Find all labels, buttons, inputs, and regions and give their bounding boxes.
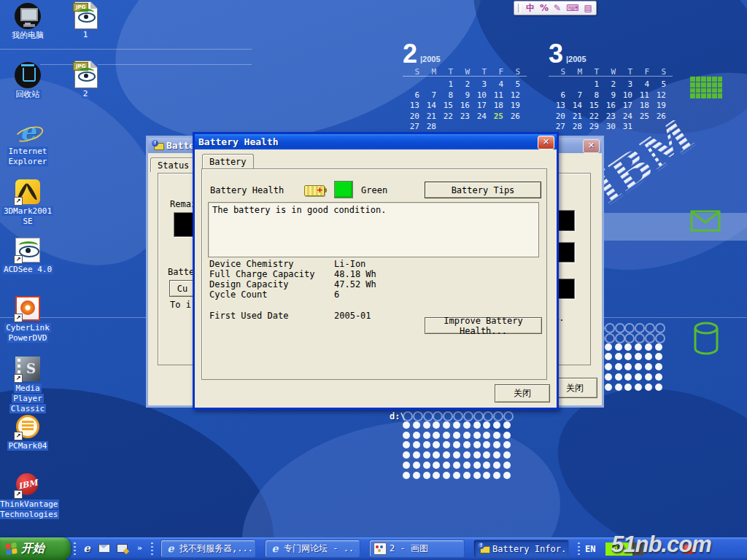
grid-table-icon	[690, 77, 722, 98]
custom-button-fragment[interactable]: Cu	[169, 280, 196, 297]
battery-health-dialog[interactable]: Battery Health ✕ Battery Battery Health …	[193, 132, 559, 410]
jpg-file-icon: JPG	[71, 1, 99, 29]
dot	[624, 353, 632, 360]
calendar-day: 4	[632, 79, 649, 89]
desktop-icon-powerdvd[interactable]: ↗ CyberLink PowerDVD	[0, 295, 57, 343]
quicklaunch-expand-chevron[interactable]: »	[137, 543, 142, 553]
calendar-day: 21	[419, 112, 436, 121]
calendar-day: 3	[616, 79, 632, 89]
ime-menu-icon[interactable]: ▤	[584, 2, 592, 14]
desktop-icon-jpg-2[interactable]: JPG 2	[63, 61, 107, 99]
ime-mode-icon[interactable]: %	[540, 2, 549, 14]
ime-lang-icon[interactable]: 中	[526, 2, 535, 14]
ime-language-bar[interactable]: 中%✎⌨▤	[514, 1, 597, 15]
dot	[493, 411, 503, 421]
desktop-icon-acdsee[interactable]: ↗ ACDSee 4.0	[0, 236, 57, 275]
dot	[645, 373, 652, 381]
calendar-day: 12	[649, 90, 666, 100]
battery-detail-fields: Device ChemistryLi-IonFull Charge Capaci…	[209, 259, 376, 321]
battery-icon: !	[478, 543, 489, 554]
dot	[635, 373, 642, 381]
language-indicator[interactable]: EN	[585, 544, 595, 554]
calendar-day: 1	[582, 79, 599, 89]
improve-battery-health-button[interactable]: Improve Battery Health...	[425, 317, 542, 334]
desktop-icon-internet-explorer[interactable]: e Internet Explorer	[0, 118, 57, 167]
gauge-box	[558, 279, 575, 299]
icon-label: PCMark04	[7, 441, 49, 451]
dot	[423, 432, 430, 439]
field-label: Full Charge Capacity	[209, 269, 334, 279]
calendar-day: 26	[503, 112, 520, 121]
battery-tabpage: Battery Health + Green Battery Tips The …	[201, 168, 547, 380]
taskbar-separator	[74, 542, 76, 556]
dot	[453, 421, 460, 429]
calendar-weekday: W	[599, 67, 616, 77]
jpg-file-icon: JPG	[71, 61, 99, 88]
close-button-front[interactable]: 关闭	[495, 384, 550, 402]
calendar-day: 6	[403, 90, 419, 100]
close-icon[interactable]: ✕	[583, 139, 600, 153]
desktop-icon-3dmark2001[interactable]: ↗ 3DMark2001 SE	[0, 178, 57, 227]
calendar-day: 17	[470, 101, 487, 110]
icon-label: ThinkVantage Technologies	[0, 499, 59, 519]
calendar-day: 9	[453, 90, 470, 100]
field-row: Full Charge Capacity48.18 Wh	[209, 269, 376, 279]
dot	[635, 323, 645, 333]
desktop-icon-thinkvantage[interactable]: IBM↗ ThinkVantage Technologies	[0, 471, 57, 520]
battery-tips-button[interactable]: Battery Tips	[425, 182, 541, 198]
field-value: 6	[334, 289, 339, 300]
pcmark-icon: ↗	[14, 413, 42, 440]
dot	[655, 373, 662, 381]
field-row: Device ChemistryLi-Ion	[209, 259, 376, 269]
taskbar-tasks: e找不到服务器,...e专门网论坛 - ...2 - 画图!Battery In…	[160, 540, 569, 558]
desktop-icon-jpg-1[interactable]: JPG 1	[63, 1, 107, 40]
dot	[605, 373, 612, 381]
desktop-icon-recycle-bin[interactable]: 回收站	[0, 61, 57, 100]
calendar-day: 17	[616, 101, 632, 110]
close-button-back[interactable]: 关闭	[552, 378, 597, 398]
dot	[605, 323, 615, 333]
quicklaunch-ie-icon[interactable]: e	[80, 541, 93, 556]
desktop-icon-pcmark04[interactable]: ↗ PCMark04	[0, 413, 57, 451]
dot	[463, 432, 471, 439]
dot	[645, 353, 652, 360]
calendar-day: 9	[599, 90, 616, 100]
taskbar-task-2[interactable]: e专门网论坛 - ...	[265, 540, 360, 558]
taskbar-task-4[interactable]: !Battery Infor...	[473, 540, 569, 558]
tab-status[interactable]: Status	[150, 158, 196, 172]
dot	[655, 333, 665, 343]
field-label: Device Chemistry	[209, 259, 334, 269]
calendar-day: 15	[436, 101, 453, 110]
tab-battery[interactable]: Battery	[202, 154, 254, 168]
ime-keyboard-icon[interactable]: ⌨	[566, 2, 578, 14]
watermark-51nb: 51nb.com	[611, 532, 711, 558]
quicklaunch-show-desktop-icon[interactable]	[115, 541, 128, 556]
desktop-icon-my-computer[interactable]: 我的电脑	[0, 2, 57, 41]
dot	[503, 421, 511, 429]
ime-pen-icon[interactable]: ✎	[554, 2, 561, 14]
calendar-day: 13	[403, 101, 419, 110]
desktop-icon-media-player-classic[interactable]: ↗ Media Player Classic	[0, 355, 57, 414]
start-button[interactable]: 开始	[0, 537, 71, 560]
taskbar-task-3[interactable]: 2 - 画图	[369, 540, 465, 558]
battery-health-titlebar[interactable]: Battery Health ✕	[195, 134, 557, 149]
calendar-weekday: W	[453, 67, 470, 77]
thinkvantage-icon: IBM↗	[14, 471, 42, 499]
calendar-day: 11	[632, 90, 649, 100]
dot	[403, 432, 410, 439]
taskbar-task-1[interactable]: e找不到服务器,...	[160, 540, 256, 558]
task-label: 专门网论坛 - ...	[284, 542, 356, 555]
calendar-day: 8	[582, 90, 599, 100]
calendar-day: 13	[549, 101, 565, 110]
quicklaunch-mail-icon[interactable]	[98, 541, 111, 556]
dot	[473, 411, 484, 421]
ie-icon: e	[269, 543, 281, 554]
recycle-bin-icon	[14, 61, 42, 89]
dot	[635, 363, 642, 370]
calendar-day: 21	[565, 112, 582, 121]
close-icon[interactable]: ✕	[538, 136, 554, 149]
ime-grip[interactable]	[518, 4, 521, 12]
dot	[655, 353, 662, 360]
dot	[645, 323, 655, 333]
dot	[423, 441, 430, 448]
